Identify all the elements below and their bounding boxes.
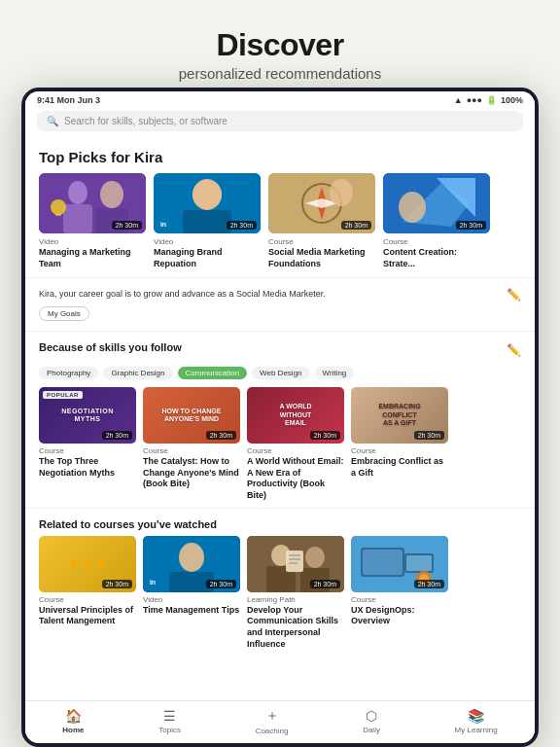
list-item[interactable]: 2h 30m Course Content Creation: Strate..… xyxy=(383,173,490,269)
wifi-icon: ▲ xyxy=(454,95,463,105)
search-input-container[interactable]: 🔍 Search for skills, subjects, or softwa… xyxy=(37,111,523,131)
search-placeholder: Search for skills, subjects, or software xyxy=(64,116,228,126)
linkedin-badge: in xyxy=(147,577,158,588)
status-bar: 9:41 Mon Jun 3 ▲ ●●● 🔋 100% xyxy=(25,91,535,107)
duration-badge: 2h 30m xyxy=(112,221,142,230)
list-item[interactable]: ★ ★ ★ 2h 30m Course Universal Principles… xyxy=(39,536,136,651)
nav-item-topics[interactable]: ☰ Topics xyxy=(158,708,181,734)
skill-tag-photography[interactable]: Photography xyxy=(39,367,98,379)
course-thumbnail: 2h 30m xyxy=(351,536,448,592)
course-thumbnail: in 2h 30m xyxy=(154,173,261,233)
skill-tag-communication[interactable]: Communication xyxy=(178,367,248,379)
svg-point-22 xyxy=(179,543,204,572)
battery-icon: 🔋 xyxy=(486,95,497,105)
card-type: Video xyxy=(143,595,240,604)
card-title: Develop Your Communication Skills and In… xyxy=(247,605,344,651)
nav-label-my-learning: My Learning xyxy=(455,726,498,734)
card-title: A World Without Email: A New Era of Prod… xyxy=(247,456,344,502)
nav-item-daily[interactable]: ⬡ Daily xyxy=(363,708,380,734)
spacer xyxy=(25,656,535,665)
svg-point-3 xyxy=(100,181,123,208)
skills-edit-icon[interactable]: ✏️ xyxy=(507,343,521,357)
nav-label-coaching: Coaching xyxy=(256,727,289,735)
svg-rect-29 xyxy=(286,551,303,572)
card-type: Course xyxy=(268,237,375,246)
list-item[interactable]: NEGOTIATIONMYTHS POPULAR 2h 30m Course T… xyxy=(39,387,136,502)
card-title: Time Management Tips xyxy=(143,605,240,617)
duration-badge: 2h 30m xyxy=(102,431,132,440)
list-item[interactable]: A WORLDWITHOUTEMAIL 2h 30m Course A Worl… xyxy=(247,387,344,502)
nav-label-topics: Topics xyxy=(158,726,181,734)
related-label: Related to courses you've watched xyxy=(39,518,521,530)
course-thumbnail: NEGOTIATIONMYTHS POPULAR 2h 30m xyxy=(39,387,136,444)
svg-point-16 xyxy=(330,179,353,206)
my-goals-button[interactable]: My Goals xyxy=(39,306,89,321)
card-type: Video xyxy=(154,237,261,246)
skill-tag-writing[interactable]: Writing xyxy=(315,367,355,379)
my-learning-icon: 📚 xyxy=(468,708,484,724)
coaching-icon: ＋ xyxy=(265,707,279,725)
list-item[interactable]: EMBRACINGCONFLICTAS A GIFT 2h 30m Course… xyxy=(351,387,448,502)
duration-badge: 2h 30m xyxy=(206,580,236,588)
related-cards-row: ★ ★ ★ 2h 30m Course Universal Principles… xyxy=(39,536,521,651)
card-type: Course xyxy=(383,237,490,246)
nav-label-daily: Daily xyxy=(363,726,380,734)
nav-item-my-learning[interactable]: 📚 My Learning xyxy=(455,708,498,734)
svg-rect-35 xyxy=(363,550,402,575)
page-header: Discover personalized recommendations xyxy=(0,0,560,97)
duration-badge: 2h 30m xyxy=(102,580,132,588)
card-type: Course xyxy=(247,446,344,455)
search-bar: 🔍 Search for skills, subjects, or softwa… xyxy=(25,107,535,137)
nav-item-coaching[interactable]: ＋ Coaching xyxy=(256,707,289,735)
course-thumbnail: 2h 30m xyxy=(39,173,146,233)
list-item[interactable]: 2h 30m Course Social Media Marketing Fou… xyxy=(268,173,375,269)
duration-badge: 2h 30m xyxy=(206,431,236,440)
page-title: Discover xyxy=(19,27,541,63)
skills-tags: Photography Graphic Design Communication… xyxy=(39,367,521,379)
goal-text: Kira, your career goal is to grow and ad… xyxy=(39,288,326,301)
search-icon: 🔍 xyxy=(47,116,58,126)
list-item[interactable]: HOW TO CHANGE ANYONE'S MIND 2h 30m Cours… xyxy=(143,387,240,502)
nav-item-home[interactable]: 🏠 Home xyxy=(62,708,84,734)
battery-level: 100% xyxy=(501,95,523,105)
duration-badge: 2h 30m xyxy=(310,431,340,440)
edit-icon[interactable]: ✏️ xyxy=(507,288,521,302)
course-thumbnail: HOW TO CHANGE ANYONE'S MIND 2h 30m xyxy=(143,387,240,444)
course-thumbnail: 2h 30m xyxy=(268,173,375,233)
duration-badge: 2h 30m xyxy=(310,580,340,588)
card-title: The Catalyst: How to Change Anyone's Min… xyxy=(143,456,240,490)
skills-header: Because of skills you follow ✏️ xyxy=(39,341,521,359)
skill-tag-graphic-design[interactable]: Graphic Design xyxy=(103,367,172,379)
home-icon: 🏠 xyxy=(65,708,82,724)
top-picks-cards: 2h 30m Video Managing a Marketing Team xyxy=(39,173,521,269)
nav-label-home: Home xyxy=(62,726,84,734)
skill-tag-web-design[interactable]: Web Design xyxy=(252,367,309,379)
svg-rect-2 xyxy=(63,204,92,233)
card-type: Course xyxy=(39,595,136,604)
card-type: Course xyxy=(351,446,448,455)
card-title: Content Creation: Strate... xyxy=(383,247,490,269)
content-scroll[interactable]: Top Picks for Kira xyxy=(25,137,535,700)
course-thumbnail: A WORLDWITHOUTEMAIL 2h 30m xyxy=(247,387,344,444)
list-item[interactable]: 2h 30m Learning Path Develop Your Commun… xyxy=(247,536,344,651)
card-type: Course xyxy=(143,446,240,455)
card-title: Social Media Marketing Foundations xyxy=(268,247,375,269)
course-thumbnail: in 2h 30m xyxy=(143,536,240,592)
list-item[interactable]: 2h 30m Course UX DesignOps: Overview xyxy=(351,536,448,651)
goal-banner: Kira, your career goal is to grow and ad… xyxy=(25,277,535,331)
list-item[interactable]: in 2h 30m Video Time Management Tips xyxy=(143,536,240,651)
duration-badge: 2h 30m xyxy=(227,221,257,230)
topics-icon: ☰ xyxy=(163,708,176,724)
goal-content: Kira, your career goal is to grow and ad… xyxy=(39,288,326,321)
svg-point-20 xyxy=(399,192,426,223)
card-title: Managing Brand Repuation xyxy=(154,247,261,269)
card-title: Managing a Marketing Team xyxy=(39,247,146,269)
list-item[interactable]: 2h 30m Video Managing a Marketing Team xyxy=(39,173,146,269)
duration-badge: 2h 30m xyxy=(456,221,486,230)
skills-section: Because of skills you follow ✏️ Photogra… xyxy=(25,331,535,508)
card-title: Universal Principles of Talent Mangement xyxy=(39,605,136,627)
course-thumbnail: 2h 30m xyxy=(247,536,344,592)
list-item[interactable]: in 2h 30m Video Managing Brand Repuation xyxy=(154,173,261,269)
skills-label: Because of skills you follow xyxy=(39,341,182,353)
top-picks-section: Top Picks for Kira xyxy=(25,137,535,277)
